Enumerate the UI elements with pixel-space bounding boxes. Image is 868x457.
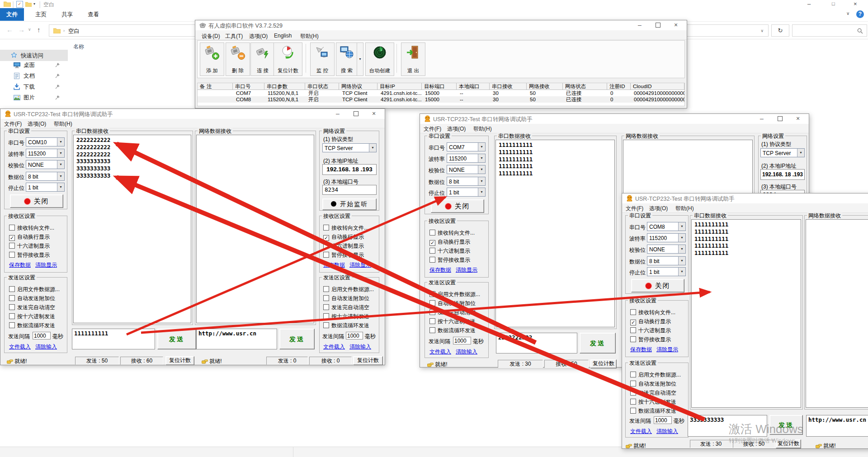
hex-display-checkbox[interactable]: 十六进制显示: [323, 242, 364, 250]
file-source-checkbox[interactable]: 启用文件数据源...: [323, 286, 374, 293]
titlebar[interactable]: USR-TCP232-Test 串口转网络调试助手 –×: [0, 109, 385, 119]
pause-recv-checkbox[interactable]: 暂停接收显示: [429, 256, 470, 264]
databits-select[interactable]: 8 bit▼: [26, 172, 65, 181]
auto-append-checkbox[interactable]: 自动发送附加位: [630, 380, 676, 388]
close-serial-button[interactable]: 关闭: [431, 199, 484, 213]
baud-select[interactable]: 115200▼: [447, 154, 486, 163]
protocol-select[interactable]: TCP Server▼: [322, 143, 377, 152]
auto-wrap-checkbox[interactable]: ✓自动换行显示: [429, 238, 470, 246]
auto-wrap-checkbox[interactable]: ✓自动换行显示: [323, 233, 364, 241]
file-source-checkbox[interactable]: 启用文件数据源...: [630, 371, 681, 379]
hex-send-checkbox[interactable]: 按十六进制发送: [323, 313, 369, 320]
toolbar-dropdown-icon[interactable]: ▾: [33, 2, 35, 6]
clear-display-link[interactable]: 清除显示: [35, 261, 57, 269]
file-source-checkbox[interactable]: 启用文件数据源...: [429, 291, 480, 298]
local-port-field[interactable]: 8234: [322, 185, 377, 195]
pause-recv-checkbox[interactable]: 暂停接收显示: [630, 336, 671, 344]
stopbits-select[interactable]: 1 bit▼: [447, 188, 486, 197]
forward-icon[interactable]: →: [18, 26, 25, 33]
delete-button[interactable]: 删 除: [226, 42, 250, 76]
close-serial-button[interactable]: 关闭: [10, 194, 63, 208]
clear-input-link[interactable]: 清除输入: [656, 428, 678, 435]
sidebar-item-quick-access[interactable]: 快速访问: [0, 50, 68, 61]
refresh-button[interactable]: ↻: [771, 24, 789, 37]
clear-input-link[interactable]: 清除输入: [456, 348, 477, 356]
interval-input[interactable]: [453, 337, 471, 344]
close-button[interactable]: ×: [789, 114, 807, 124]
search-button[interactable]: 搜 索: [336, 42, 358, 76]
clear-input-link[interactable]: 清除输入: [349, 343, 371, 351]
clear-input-link[interactable]: 清除输入: [35, 343, 57, 351]
start-listen-button[interactable]: 开始监听: [322, 198, 377, 210]
baud-select[interactable]: 115200▼: [26, 149, 65, 158]
reset-counter-button[interactable]: 复位计数: [590, 359, 617, 368]
recv-to-file-checkbox[interactable]: 接收转向文件...: [323, 224, 368, 232]
maximize-button[interactable]: [347, 109, 365, 119]
search-dropdown-icon[interactable]: ▾: [357, 42, 363, 76]
auto-append-checkbox[interactable]: 自动发送附加位: [323, 295, 369, 302]
com-port-select[interactable]: COM8▼: [647, 222, 686, 231]
databits-select[interactable]: 8 bit▼: [647, 256, 686, 265]
tab-file[interactable]: 文件: [0, 8, 24, 21]
pause-recv-checkbox[interactable]: 暂停接收显示: [9, 251, 50, 259]
reset-count-button[interactable]: 复位计数: [274, 42, 302, 76]
clear-display-link[interactable]: 清除显示: [456, 266, 477, 274]
baud-select[interactable]: 115200▼: [647, 233, 686, 242]
net-send-input[interactable]: http://www.usr.cn: [806, 415, 868, 437]
hex-display-checkbox[interactable]: 十六进制显示: [630, 327, 671, 335]
menu-options[interactable]: 选项(O): [447, 125, 466, 133]
local-ip-field[interactable]: 192.168. 18 .193: [760, 169, 805, 180]
minimize-button[interactable]: –: [753, 114, 771, 124]
exit-button[interactable]: 退 出: [401, 42, 425, 76]
auto-append-checkbox[interactable]: 自动发送附加位: [9, 295, 55, 302]
quick-toolbar-check-icon[interactable]: ✓: [16, 1, 23, 8]
protocol-select[interactable]: TCP Server▼: [760, 148, 805, 157]
save-data-link[interactable]: 保存数据: [323, 261, 345, 269]
hex-send-checkbox[interactable]: 按十六进制发送: [9, 313, 55, 320]
menu-options[interactable]: 选项(O): [28, 120, 46, 128]
load-file-link[interactable]: 文件载入: [429, 348, 451, 356]
close-button[interactable]: ×: [667, 20, 685, 30]
add-button[interactable]: 添 加: [200, 42, 224, 76]
help-icon[interactable]: ?: [856, 10, 864, 18]
serial-recv-area[interactable]: 1111111111 1111111111 1111111111 1111111…: [691, 219, 801, 408]
folder-icon[interactable]: [25, 1, 32, 7]
com-port-select[interactable]: COM7▼: [447, 142, 486, 151]
explorer-titlebar[interactable]: | ✓ ▾ | 空白 – □ ×: [0, 0, 868, 8]
net-recv-area[interactable]: [196, 135, 314, 323]
auto-wrap-checkbox[interactable]: ✓自动换行显示: [9, 233, 50, 241]
reset-counter-button[interactable]: 复位计数: [165, 356, 194, 365]
minimize-button[interactable]: –: [631, 20, 649, 30]
serial-recv-area[interactable]: 1111111111 1111111111 1111111111 1111111…: [495, 140, 615, 327]
parity-select[interactable]: NONE▼: [447, 165, 486, 174]
history-dropdown-icon[interactable]: ∨: [28, 27, 31, 32]
hex-send-checkbox[interactable]: 按十六进制发送: [429, 318, 476, 325]
close-button[interactable]: ×: [365, 109, 383, 119]
stopbits-select[interactable]: 1 bit▼: [26, 183, 65, 192]
menu-help[interactable]: 帮助(H): [54, 120, 72, 128]
loop-send-checkbox[interactable]: 数据流循环发送: [630, 407, 676, 415]
titlebar[interactable]: USR-TCP232-Test 串口转网络调试助手 –×: [420, 114, 809, 124]
auto-create-button[interactable]: 自动创建: [365, 42, 394, 76]
local-ip-field[interactable]: 192.168. 18 .193: [322, 164, 377, 175]
interval-input[interactable]: [33, 332, 51, 339]
save-data-link[interactable]: 保存数据: [9, 261, 31, 269]
breadcrumb[interactable]: 空白: [68, 28, 80, 35]
serial-send-input[interactable]: 2222222222: [496, 333, 577, 353]
loop-send-checkbox[interactable]: 数据流循环发送: [9, 322, 55, 330]
address-dropdown-icon[interactable]: ∨: [760, 28, 764, 33]
net-send-button[interactable]: 发送: [279, 329, 315, 349]
menu-help[interactable]: 帮助(H): [300, 33, 319, 40]
maximize-button[interactable]: [771, 114, 789, 124]
parity-select[interactable]: NONE▼: [647, 245, 686, 254]
menu-file[interactable]: 文件(F): [626, 205, 643, 212]
maximize-button[interactable]: □: [832, 1, 835, 6]
load-file-link[interactable]: 文件载入: [323, 343, 345, 351]
interval-input[interactable]: [346, 332, 363, 339]
loop-send-checkbox[interactable]: 数据流循环发送: [429, 327, 476, 335]
clear-display-link[interactable]: 清除显示: [656, 346, 678, 353]
close-button[interactable]: ×: [854, 0, 857, 7]
serial-recv-area[interactable]: 2222222222 2222222222 2222222222 3333333…: [73, 135, 191, 323]
titlebar[interactable]: USR-TCP232-Test 串口转网络调试助手: [622, 193, 868, 203]
stopbits-select[interactable]: 1 bit▼: [647, 267, 686, 276]
